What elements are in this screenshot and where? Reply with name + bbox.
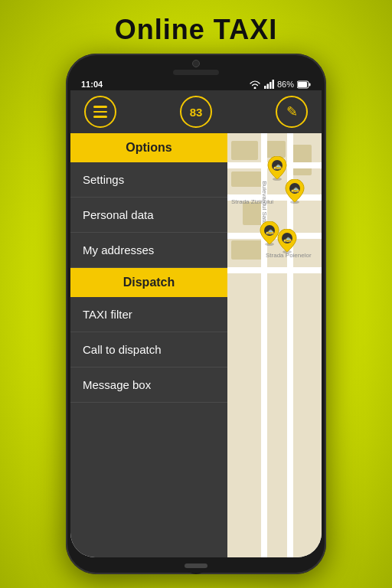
- edit-icon: ✎: [286, 103, 298, 120]
- status-right: 86%: [250, 80, 311, 89]
- app-header: 83 ✎: [70, 90, 322, 133]
- main-content: Options Settings Personal data My addres…: [70, 133, 322, 557]
- phone-top-bar: [70, 54, 322, 78]
- options-header: Options: [70, 133, 227, 162]
- battery-level: 86%: [277, 80, 294, 89]
- map-block-2: [264, 141, 286, 158]
- phone-frame: 11:04 86%: [66, 54, 326, 574]
- map-block-6: [292, 145, 312, 175]
- menu-item-call-to-dispatch[interactable]: Call to dispatch: [70, 332, 227, 368]
- status-bar: 11:04 86%: [70, 78, 322, 90]
- menu-item-message-box[interactable]: Message box: [70, 368, 227, 403]
- camera-dot: [192, 60, 200, 67]
- map-block-1: [231, 141, 258, 160]
- taxi-pin-1: 🚕: [267, 156, 287, 181]
- phone-screen: 83 ✎ Options Settings Personal data My a…: [70, 90, 322, 557]
- map-area: Bulevardul Saturn Strada Zizinului Strad…: [227, 133, 322, 557]
- svg-rect-1: [266, 84, 269, 90]
- svg-rect-0: [264, 86, 266, 89]
- svg-rect-6: [298, 82, 307, 87]
- signal-icon: [263, 80, 274, 89]
- menu-item-settings[interactable]: Settings: [70, 162, 227, 198]
- menu-item-personal-data[interactable]: Personal data: [70, 198, 227, 233]
- dispatch-header: Dispatch: [70, 268, 227, 297]
- edit-button[interactable]: ✎: [276, 96, 308, 128]
- svg-text:🚕: 🚕: [266, 227, 275, 236]
- svg-text:🚕: 🚕: [273, 162, 283, 171]
- menu-button[interactable]: [84, 96, 116, 128]
- svg-text:🚕: 🚕: [291, 185, 300, 194]
- speaker-grille: [173, 70, 219, 75]
- status-time: 11:04: [81, 80, 103, 89]
- map-block-3: [231, 172, 262, 187]
- taxi-pin-4: 🚕: [277, 229, 297, 253]
- order-badge[interactable]: 83: [180, 96, 212, 128]
- svg-rect-2: [270, 82, 272, 89]
- wifi-icon: [250, 80, 260, 89]
- svg-rect-5: [309, 83, 311, 86]
- svg-text:🚕: 🚕: [283, 234, 292, 243]
- map-background: Bulevardul Saturn Strada Zizinului Strad…: [227, 133, 322, 557]
- menu-item-my-addresses[interactable]: My addresses: [70, 233, 227, 268]
- svg-rect-3: [272, 80, 274, 89]
- phone-bottom-bar: [185, 557, 207, 574]
- home-button[interactable]: [185, 564, 207, 568]
- battery-icon: [297, 80, 311, 89]
- page-title: Online TAXI: [115, 14, 277, 46]
- hamburger-icon: [93, 106, 107, 118]
- menu-item-taxi-filter[interactable]: TAXI filter: [70, 297, 227, 332]
- street-label-2: Strada Zizinului: [231, 198, 273, 205]
- menu-panel: Options Settings Personal data My addres…: [70, 133, 227, 557]
- taxi-pin-2: 🚕: [285, 179, 305, 204]
- road-h-4: [227, 267, 322, 273]
